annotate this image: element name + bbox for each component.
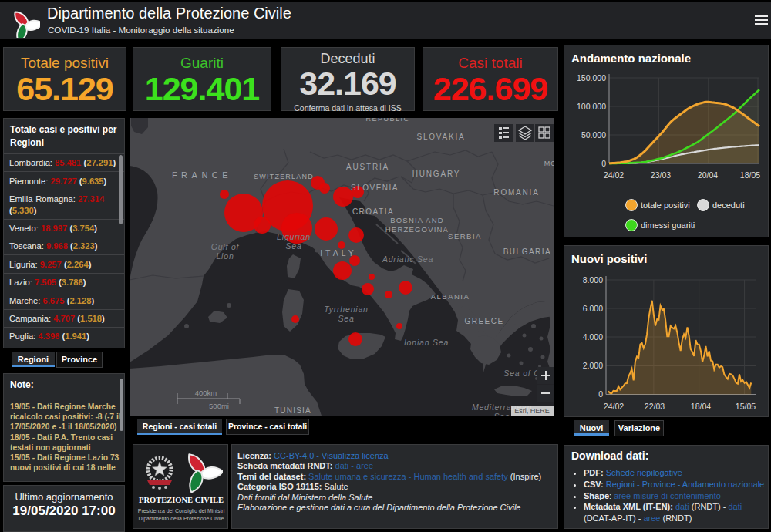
svg-text:HERZEGOVINA: HERZEGOVINA [386, 225, 449, 234]
svg-text:23/03: 23/03 [651, 170, 671, 180]
svg-text:2.000: 2.000 [583, 361, 603, 370]
svg-text:150.000: 150.000 [577, 73, 606, 82]
svg-text:SLOVAKIA: SLOVAKIA [416, 133, 465, 141]
svg-text:REPUBLIC: REPUBLIC [365, 118, 409, 123]
svg-text:0: 0 [601, 159, 606, 168]
svg-text:24/02: 24/02 [604, 402, 624, 411]
svg-text:ROMANIA: ROMANIA [493, 188, 539, 197]
svg-text:AUSTRIA: AUSTRIA [346, 163, 389, 171]
svg-text:totale positivi: totale positivi [641, 200, 690, 210]
svg-text:8.000: 8.000 [583, 275, 603, 285]
svg-text:6.000: 6.000 [583, 304, 603, 313]
svg-text:Sea of C: Sea of C [503, 369, 540, 378]
svg-text:400km: 400km [195, 389, 217, 397]
svg-text:Sea: Sea [338, 314, 354, 323]
svg-text:500mi: 500mi [209, 402, 229, 410]
svg-text:24/02: 24/02 [604, 170, 624, 180]
svg-text:TUNISIA: TUNISIA [274, 406, 311, 415]
svg-text:Esri, HERE: Esri, HERE [514, 407, 550, 415]
svg-text:Gulf of: Gulf of [211, 242, 240, 251]
svg-text:Lion: Lion [216, 251, 234, 261]
svg-text:BULGARIA: BULGARIA [503, 247, 552, 256]
svg-text:Sea: Sea [285, 241, 301, 251]
svg-text:22/03: 22/03 [645, 402, 665, 411]
svg-text:dimessi guariti: dimessi guariti [641, 221, 695, 230]
svg-text:SLOVENIA: SLOVENIA [351, 184, 399, 192]
svg-text:Sea: Sea [493, 412, 510, 416]
svg-text:GREECE: GREECE [464, 317, 503, 325]
svg-text:deceduti: deceduti [712, 200, 745, 210]
svg-text:SWITZERLAND: SWITZERLAND [254, 173, 314, 180]
svg-text:SERBIA: SERBIA [448, 232, 482, 241]
svg-text:CROATIA: CROATIA [352, 207, 394, 216]
svg-text:4.000: 4.000 [583, 332, 603, 342]
svg-text:0: 0 [598, 389, 603, 399]
svg-text:MO: MO [544, 160, 554, 167]
svg-text:ALBANIA: ALBANIA [431, 292, 470, 301]
svg-text:Tyrrhenian: Tyrrhenian [324, 305, 368, 314]
svg-text:ITALY: ITALY [320, 248, 357, 258]
svg-text:18/05: 18/05 [740, 170, 760, 180]
svg-text:18/04: 18/04 [691, 402, 711, 411]
svg-text:HUNGARY: HUNGARY [412, 170, 460, 178]
svg-text:Ionian Sea: Ionian Sea [404, 338, 449, 347]
svg-text:20/04: 20/04 [698, 170, 718, 180]
svg-text:Ligurian: Ligurian [277, 232, 311, 241]
svg-text:50.000: 50.000 [581, 130, 606, 140]
svg-text:Adriatic Sea: Adriatic Sea [382, 254, 433, 264]
svg-text:BOSNIA AND: BOSNIA AND [390, 216, 444, 224]
svg-text:15/05: 15/05 [736, 402, 756, 411]
svg-text:100.000: 100.000 [577, 102, 606, 111]
svg-text:FRANCE: FRANCE [172, 170, 232, 180]
